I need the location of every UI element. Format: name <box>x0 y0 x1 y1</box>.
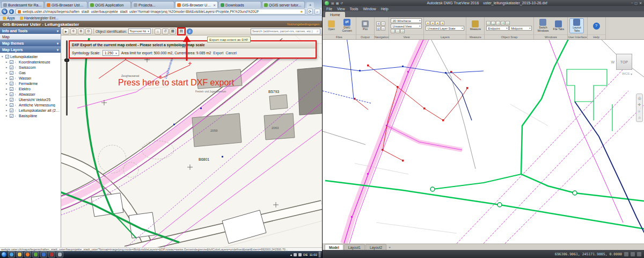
menu-help[interactable]: Help <box>381 7 389 11</box>
layer-checkbox[interactable]: ✓ <box>10 114 13 118</box>
twisty-icon[interactable]: ▸ <box>6 82 9 85</box>
pan-icon[interactable]: ✛ <box>376 22 380 26</box>
viewcube-top-face[interactable]: TOP <box>616 54 632 70</box>
tab-close-icon[interactable]: ✕ <box>213 3 216 7</box>
tray-up-icon[interactable]: ▴ <box>290 253 292 256</box>
close-button[interactable]: ✕ <box>639 1 642 5</box>
status-snap-icon[interactable] <box>631 252 635 256</box>
home-extent-button[interactable]: ⌂ <box>155 28 161 34</box>
qat-open-icon[interactable]: ▤ <box>331 1 334 5</box>
show-desktop-button[interactable] <box>319 252 321 257</box>
url-bar[interactable]: webgis.uster.ch/maps/liegenschaften_stad… <box>16 9 305 15</box>
zoom-slider-knob[interactable] <box>64 59 69 62</box>
browser-tab-projecta[interactable]: Projecta... <box>131 1 174 8</box>
browser-tab-bundesamt[interactable]: Bundesamt für Ra... <box>1 1 44 8</box>
twisty-icon[interactable]: ▸ <box>6 103 9 106</box>
layer-checkbox[interactable]: ✓ <box>10 82 13 85</box>
dwg-convert-button[interactable]: ⇄DWG Convert <box>340 19 354 32</box>
layer-checkbox[interactable]: ✓ <box>10 103 13 107</box>
browser-search-icon[interactable]: ⌕ <box>314 9 320 15</box>
qat-plot-icon[interactable]: ▦ <box>336 1 339 5</box>
help-button[interactable]: ? <box>589 23 604 30</box>
twisty-icon[interactable]: ▸ <box>6 71 9 74</box>
layer-item[interactable]: ▸✓↓Elektro <box>0 86 61 91</box>
twisty-icon[interactable]: ▸ <box>6 109 9 112</box>
menu-file[interactable]: File <box>326 7 332 11</box>
bookmark-star-icon[interactable]: ★ <box>300 10 303 14</box>
twisty-icon[interactable]: ▸ <box>6 114 9 117</box>
switch-windows-button[interactable]: Switch Windows <box>536 19 550 32</box>
visual-style-select[interactable]: 2D Wireframe▾ <box>391 18 422 23</box>
layer-checkbox[interactable]: ✓ <box>10 98 13 102</box>
layer-checkbox[interactable]: ✓ <box>10 92 13 96</box>
minimize-button[interactable]: – <box>631 1 633 5</box>
layer-checkbox[interactable]: ✓ <box>10 66 13 69</box>
layer-item[interactable]: ▸✓↓Basispläne <box>0 113 61 118</box>
tab-model[interactable]: Model <box>325 244 343 250</box>
map-themes-header[interactable]: Map themes▾ <box>0 40 61 46</box>
browser-tab-gis-1[interactable]: GIS-Browser Uster... <box>45 1 87 8</box>
endpoint-select[interactable]: Endpoint▾ <box>486 26 509 31</box>
viewcube[interactable]: W TOP <box>611 54 632 70</box>
forward-button[interactable]: ▸ <box>9 9 14 14</box>
file-tabs-button[interactable]: File Tabs <box>551 20 566 31</box>
map-search-input[interactable] <box>252 30 316 33</box>
snap-cross-icon[interactable]: ✛ <box>501 21 505 25</box>
status-fullscreen-icon[interactable] <box>637 252 641 256</box>
snap-diamond-icon[interactable]: ◇ <box>506 21 510 25</box>
trueview-logo-icon[interactable] <box>325 1 329 5</box>
layer-checkbox[interactable]: ✓ <box>10 76 13 80</box>
terms-link[interactable]: Nutzungsbedingungen <box>287 23 319 26</box>
extents-icon[interactable]: ⌂ <box>381 26 385 31</box>
tab-layout2[interactable]: Layout2 <box>365 244 386 250</box>
snap-circle-icon[interactable]: ○ <box>496 21 500 25</box>
taskbar-explorer-icon[interactable] <box>16 252 23 257</box>
twisty-icon[interactable]: ▸ <box>6 66 9 69</box>
layer-item[interactable]: ▸✓↓Abwasser <box>0 91 61 97</box>
zoom-out-button[interactable]: ⊖ <box>85 28 92 34</box>
pan-tool-button[interactable]: ✛ <box>70 28 77 34</box>
layer-bulb-icon[interactable]: ● <box>440 21 444 25</box>
pan-icon[interactable]: ✛ <box>637 102 642 107</box>
reload-button[interactable]: ⟳ <box>307 9 313 15</box>
layer-item[interactable]: ▸✓↓Übersicht Vektor25 <box>0 97 61 102</box>
twisty-icon[interactable]: ▸ <box>6 92 9 96</box>
browser-tab-gis-active[interactable]: GIS-Browser Uster...✕ <box>175 1 218 8</box>
info-button[interactable]: i <box>187 28 193 34</box>
status-grid-icon[interactable] <box>624 252 628 256</box>
bookmark-handelsregister[interactable]: Handelsregister Eint... <box>20 16 58 20</box>
menu-tools[interactable]: Tools <box>350 7 358 11</box>
layer-bulb-icon[interactable]: ● <box>430 21 435 25</box>
layer-state-select[interactable]: Unsaved Layer State▾ <box>426 26 464 31</box>
plot-button[interactable]: ▦Plot <box>358 20 372 31</box>
previous-extent-button[interactable]: ↺ <box>162 28 169 34</box>
qat-undo-icon[interactable]: ↺ <box>340 1 343 5</box>
layer-item[interactable]: ▸✓↓Koordinatenkreuze <box>0 59 61 64</box>
taskbar-app-icon[interactable] <box>56 252 63 257</box>
midpoint-select[interactable]: Midpoint▾ <box>509 26 532 31</box>
browser-tab-downloads[interactable]: Downloads <box>218 1 261 8</box>
snap-square-icon[interactable]: □ <box>486 21 491 25</box>
twisty-icon[interactable]: ▾ <box>2 55 4 58</box>
browser-tab-qgis-tutorial[interactable]: QGIS server tutor... <box>262 1 305 8</box>
cancel-button[interactable]: Cancel <box>225 51 237 55</box>
tab-layout1[interactable]: Layout1 <box>344 244 365 250</box>
fullnav-wheel-icon[interactable]: ◎ <box>637 96 642 101</box>
layer-item[interactable]: ▸✓↓Fernwärme <box>0 81 61 86</box>
layer-item[interactable]: ▸✓↓Leitungskataster alt (2001) <box>0 108 61 113</box>
layer-bulb-icon[interactable]: ● <box>426 21 430 25</box>
twisty-icon[interactable]: ▸ <box>6 87 9 90</box>
taskbar-firefox-icon[interactable] <box>24 252 31 257</box>
view-icon[interactable]: ○ <box>396 29 400 33</box>
browser-tab-qgis[interactable]: QGIS Application <box>88 1 131 8</box>
network-icon[interactable] <box>294 253 297 256</box>
taskbar-ie-icon[interactable] <box>8 252 15 257</box>
layer-checkbox[interactable]: ✓ <box>10 60 13 64</box>
object-identification-select[interactable]: Topmost hit▾ <box>128 28 151 34</box>
zoom-icon[interactable]: ⌕ <box>381 22 385 26</box>
layer-checkbox[interactable]: ✓ <box>10 87 13 91</box>
open-button[interactable]: Open <box>324 20 339 31</box>
keyboard-language[interactable]: DE <box>303 253 308 256</box>
orbit-icon[interactable]: ◎ <box>376 26 380 31</box>
measure-button[interactable]: Measure <box>468 20 482 31</box>
